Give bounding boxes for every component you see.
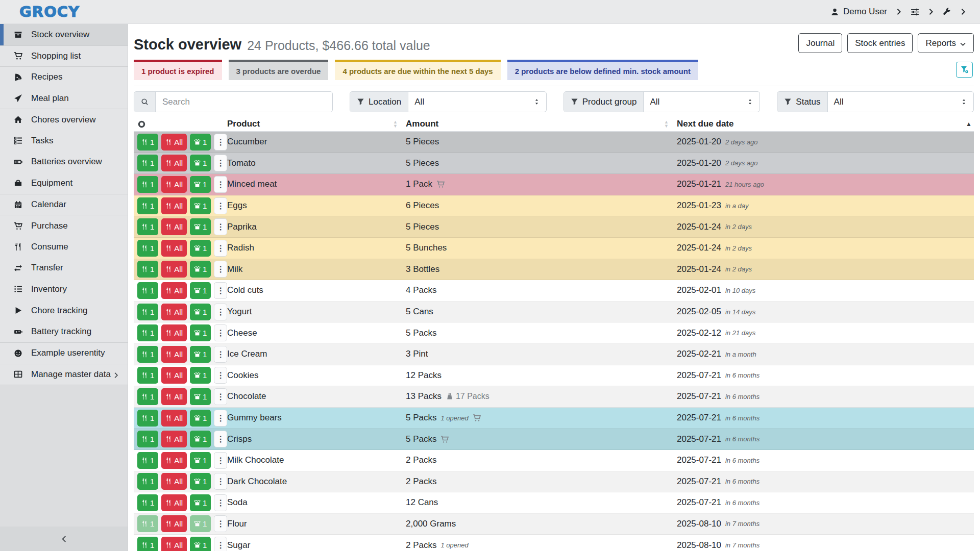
row-menu-button[interactable]: ⋮ <box>214 261 227 278</box>
sidebar-item-transfer[interactable]: Transfer <box>0 258 128 279</box>
location-select[interactable]: All <box>408 92 546 112</box>
consume-all-button[interactable]: All <box>161 176 187 193</box>
consume-all-button[interactable]: All <box>161 155 187 171</box>
sidebar-item-batteries-overview[interactable]: Batteries overview <box>0 152 128 173</box>
open-one-button[interactable]: 1 <box>190 388 211 405</box>
chevron-right-icon[interactable] <box>927 8 935 15</box>
consume-all-button[interactable]: All <box>161 134 187 151</box>
consume-one-button[interactable]: 1 <box>137 431 158 447</box>
product-name[interactable]: Chocolate <box>227 391 266 402</box>
product-name[interactable]: Dark Chocolate <box>227 477 287 487</box>
product-name[interactable]: Soda <box>227 497 248 508</box>
consume-all-button[interactable]: All <box>161 324 187 341</box>
row-menu-button[interactable]: ⋮ <box>214 134 227 151</box>
consume-all-button[interactable]: All <box>161 494 187 511</box>
open-one-button[interactable]: 1 <box>190 346 211 363</box>
product-name[interactable]: Radish <box>227 243 254 253</box>
open-one-button[interactable]: 1 <box>190 367 211 384</box>
consume-all-button[interactable]: All <box>161 431 187 447</box>
product-name[interactable]: Eggs <box>227 201 247 211</box>
filter-settings-button[interactable] <box>956 62 973 78</box>
consume-all-button[interactable]: All <box>161 261 187 278</box>
open-one-button[interactable]: 1 <box>190 176 211 193</box>
consume-all-button[interactable]: All <box>161 304 187 320</box>
open-one-button[interactable]: 1 <box>190 431 211 447</box>
product-name[interactable]: Yogurt <box>227 307 252 317</box>
row-menu-button[interactable]: ⋮ <box>214 240 227 257</box>
row-menu-button[interactable]: ⋮ <box>214 367 227 384</box>
consume-one-button[interactable]: 1 <box>137 367 158 384</box>
sidebar-item-meal-plan[interactable]: Meal plan <box>0 88 128 109</box>
consume-one-button[interactable]: 1 <box>137 324 158 341</box>
consume-all-button[interactable]: All <box>161 346 187 363</box>
consume-all-button[interactable]: All <box>161 410 187 427</box>
row-menu-button[interactable]: ⋮ <box>214 282 227 299</box>
product-group-select[interactable]: All <box>644 92 760 112</box>
row-menu-button[interactable]: ⋮ <box>214 176 227 193</box>
row-menu-button[interactable]: ⋮ <box>214 515 227 532</box>
column-header-product[interactable]: Product▲▼ <box>227 119 406 129</box>
consume-all-button[interactable]: All <box>161 218 187 235</box>
consume-one-button[interactable]: 1 <box>137 346 158 363</box>
row-menu-button[interactable]: ⋮ <box>214 431 227 447</box>
consume-all-button[interactable]: All <box>161 197 187 214</box>
open-one-button[interactable]: 1 <box>190 473 211 490</box>
row-menu-button[interactable]: ⋮ <box>214 410 227 427</box>
row-menu-button[interactable]: ⋮ <box>214 304 227 320</box>
product-name[interactable]: Milk <box>227 264 242 274</box>
open-one-button[interactable]: 1 <box>190 452 211 469</box>
open-one-button[interactable]: 1 <box>190 324 211 341</box>
sidebar-item-battery-tracking[interactable]: Battery tracking <box>0 321 128 342</box>
search-input[interactable] <box>156 92 332 112</box>
sidebar-item-manage-master-data[interactable]: Manage master data <box>0 364 128 385</box>
consume-all-button[interactable]: All <box>161 240 187 257</box>
open-one-button[interactable]: 1 <box>190 240 211 257</box>
consume-one-button[interactable]: 1 <box>137 452 158 469</box>
alert-overdue[interactable]: 3 products are overdue <box>229 60 329 80</box>
product-name[interactable]: Sugar <box>227 540 250 550</box>
consume-one-button[interactable]: 1 <box>137 282 158 299</box>
product-name[interactable]: Cheese <box>227 328 257 338</box>
product-name[interactable]: Cookies <box>227 370 258 381</box>
sidebar-item-purchase[interactable]: Purchase <box>0 215 128 236</box>
sidebar-item-chores-overview[interactable]: Chores overview <box>0 109 128 130</box>
alert-min[interactable]: 2 products are below defined min. stock … <box>507 60 698 80</box>
sidebar-item-inventory[interactable]: Inventory <box>0 279 128 300</box>
consume-all-button[interactable]: All <box>161 473 187 490</box>
consume-all-button[interactable]: All <box>161 537 187 551</box>
status-select[interactable]: All <box>828 92 973 112</box>
journal-button[interactable]: Journal <box>798 33 842 53</box>
settings-sliders-icon[interactable] <box>911 8 919 16</box>
sidebar-item-example-userentity[interactable]: Example userentity <box>0 342 128 364</box>
consume-one-button[interactable]: 1 <box>137 388 158 405</box>
product-name[interactable]: Paprika <box>227 222 257 232</box>
row-menu-button[interactable]: ⋮ <box>214 473 227 490</box>
product-name[interactable]: Flour <box>227 519 247 529</box>
chevron-right-icon[interactable] <box>960 8 967 15</box>
row-menu-button[interactable]: ⋮ <box>214 537 227 551</box>
product-name[interactable]: Crisps <box>227 434 252 444</box>
product-name[interactable]: Minced meat <box>227 179 277 189</box>
consume-one-button[interactable]: 1 <box>137 304 158 320</box>
consume-all-button[interactable]: All <box>161 367 187 384</box>
row-menu-button[interactable]: ⋮ <box>214 494 227 511</box>
column-header-amount[interactable]: Amount▲▼ <box>406 119 677 129</box>
open-one-button[interactable]: 1 <box>190 155 211 171</box>
consume-all-button[interactable]: All <box>161 388 187 405</box>
consume-one-button[interactable]: 1 <box>137 155 158 171</box>
open-one-button[interactable]: 1 <box>190 282 211 299</box>
consume-one-button[interactable]: 1 <box>137 410 158 427</box>
sidebar-item-consume[interactable]: Consume <box>0 236 128 258</box>
column-header-next-due-date[interactable]: Next due date▲ <box>677 119 974 129</box>
product-name[interactable]: Cucumber <box>227 137 267 147</box>
sidebar-item-calendar[interactable]: Calendar <box>0 194 128 215</box>
open-one-button[interactable]: 1 <box>190 515 211 532</box>
open-one-button[interactable]: 1 <box>190 261 211 278</box>
reports-button[interactable]: Reports <box>918 33 974 53</box>
consume-one-button[interactable]: 1 <box>137 494 158 511</box>
product-name[interactable]: Gummy bears <box>227 413 282 423</box>
row-menu-button[interactable]: ⋮ <box>214 324 227 341</box>
consume-one-button[interactable]: 1 <box>137 240 158 257</box>
row-menu-button[interactable]: ⋮ <box>214 197 227 214</box>
chevron-right-icon[interactable] <box>895 8 902 15</box>
